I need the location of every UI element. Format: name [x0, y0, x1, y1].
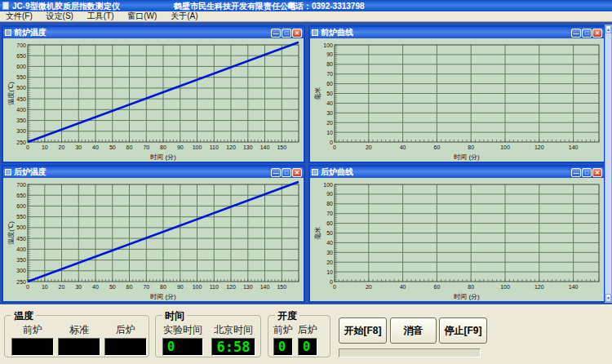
svg-text:80: 80: [160, 144, 166, 150]
svg-text:100: 100: [500, 284, 510, 290]
front-furnace-temp-chart: 0102030405060708090100110120130140150250…: [3, 38, 304, 162]
standard-temp-label: 标准: [58, 323, 100, 337]
progress-strip: [339, 348, 481, 357]
svg-text:140: 140: [260, 284, 270, 290]
svg-text:650: 650: [16, 53, 26, 59]
window-titlebar[interactable]: 前炉曲线 — □ ✕: [310, 27, 604, 38]
svg-text:0: 0: [330, 140, 333, 145]
svg-text:700: 700: [16, 42, 26, 48]
maximize-icon[interactable]: □: [282, 29, 291, 38]
svg-text:120: 120: [226, 284, 236, 290]
experiment-time-display: 0: [162, 338, 203, 356]
mute-button[interactable]: 消音: [390, 317, 437, 344]
start-button[interactable]: 开始[F8]: [339, 317, 387, 344]
svg-text:20: 20: [326, 260, 333, 265]
svg-text:毫米: 毫米: [313, 227, 322, 240]
window-titlebar[interactable]: 后炉曲线 — □ ✕: [310, 166, 604, 178]
window-front-furnace-curve: 前炉曲线 — □ ✕ 02040608010012014001020304050…: [308, 25, 605, 163]
svg-text:140: 140: [260, 144, 270, 150]
minimize-icon[interactable]: —: [571, 29, 581, 38]
close-icon[interactable]: ✕: [592, 29, 602, 38]
window-titlebar[interactable]: 前炉温度 — □ ✕: [3, 27, 304, 38]
menu-settings[interactable]: 设定(S): [41, 11, 79, 21]
standard-temp-display: [58, 338, 100, 356]
stop-button[interactable]: 停止[F9]: [439, 317, 487, 344]
minimize-icon[interactable]: —: [271, 29, 281, 38]
minimize-icon[interactable]: —: [271, 168, 281, 177]
svg-text:550: 550: [16, 214, 26, 220]
front-furnace-temp-label: 前炉: [11, 323, 54, 337]
svg-text:70: 70: [326, 71, 333, 77]
scroll-down-icon[interactable]: ▼: [605, 294, 611, 302]
opening-group-title: 开度: [275, 309, 299, 323]
svg-text:10: 10: [326, 130, 333, 135]
svg-text:30: 30: [75, 144, 82, 150]
front-furnace-opening-label: 前炉: [273, 323, 293, 337]
menu-file[interactable]: 文件(F): [0, 11, 38, 21]
svg-text:150: 150: [277, 144, 286, 150]
svg-text:40: 40: [400, 144, 406, 150]
maximize-icon[interactable]: □: [282, 168, 291, 177]
svg-text:300: 300: [16, 128, 26, 134]
window-title: 后炉曲线: [321, 166, 353, 178]
control-panel: 温度 前炉 标准 后炉 时间 实验时间 北京时间 0 6:58 开度 前炉 后炉…: [0, 304, 612, 364]
temperature-group: 温度 前炉 标准 后炉: [4, 315, 149, 357]
svg-text:0: 0: [333, 144, 336, 150]
svg-text:400: 400: [16, 246, 26, 252]
svg-text:450: 450: [16, 236, 26, 242]
svg-text:30: 30: [326, 250, 333, 255]
company-name: 鹤壁市民生科技开发有限责任公司: [174, 1, 296, 12]
svg-text:90: 90: [326, 191, 333, 197]
rear-furnace-temp-chart: 0102030405060708090100110120130140150250…: [3, 178, 304, 301]
time-group-title: 时间: [162, 309, 187, 323]
svg-text:120: 120: [534, 284, 544, 290]
window-icon: [312, 29, 318, 36]
svg-text:110: 110: [210, 144, 219, 150]
svg-text:60: 60: [434, 284, 441, 290]
close-icon[interactable]: ✕: [292, 168, 302, 177]
window-icon: [312, 169, 318, 175]
svg-text:350: 350: [16, 257, 26, 263]
svg-text:100: 100: [323, 42, 333, 48]
svg-text:温度(℃): 温度(℃): [7, 82, 15, 105]
maximize-icon[interactable]: □: [582, 168, 592, 177]
svg-text:20: 20: [326, 120, 333, 126]
svg-text:40: 40: [326, 240, 333, 246]
svg-text:100: 100: [193, 144, 202, 150]
svg-text:650: 650: [16, 193, 26, 198]
svg-text:500: 500: [16, 224, 26, 230]
svg-text:250: 250: [16, 279, 26, 285]
menu-window[interactable]: 窗口(W): [122, 11, 162, 21]
svg-text:70: 70: [143, 284, 149, 290]
scroll-up-icon[interactable]: ▲: [605, 25, 611, 33]
window-rear-furnace-curve: 后炉曲线 — □ ✕ 02040608010012014001020304050…: [308, 165, 605, 303]
svg-text:0: 0: [330, 279, 333, 285]
svg-text:40: 40: [326, 100, 333, 106]
close-icon[interactable]: ✕: [292, 29, 302, 38]
svg-text:毫米: 毫米: [313, 87, 322, 100]
svg-text:80: 80: [468, 284, 474, 290]
time-group: 时间 实验时间 北京时间 0 6:58: [155, 315, 261, 357]
svg-text:500: 500: [16, 85, 26, 91]
svg-text:250: 250: [16, 140, 26, 145]
svg-text:时间 (分): 时间 (分): [150, 293, 176, 300]
experiment-time-label: 实验时间: [162, 323, 203, 337]
rear-furnace-opening-label: 后炉: [298, 323, 317, 337]
window-titlebar[interactable]: 后炉温度 — □ ✕: [3, 166, 304, 178]
minimize-icon[interactable]: —: [571, 168, 581, 177]
window-title: 前炉温度: [14, 27, 47, 38]
menu-tools[interactable]: 工具(T): [82, 11, 120, 21]
app-titlebar: JC-9型微机胶质层指数测定仪 鹤壁市民生科技开发有限责任公司 电话：0392-…: [0, 0, 612, 11]
mdi-vertical-scrollbar[interactable]: ▲ ▼: [605, 24, 612, 303]
maximize-icon[interactable]: □: [582, 29, 592, 38]
app-icon: [2, 2, 9, 10]
window-title: 前炉曲线: [321, 27, 353, 38]
svg-text:100: 100: [193, 284, 202, 290]
close-icon[interactable]: ✕: [592, 168, 602, 177]
window-front-furnace-temp: 前炉温度 — □ ✕ 01020304050607080901001101201…: [2, 25, 305, 163]
svg-text:140: 140: [569, 284, 579, 290]
front-furnace-temp-display: [11, 338, 54, 356]
svg-text:70: 70: [143, 144, 149, 150]
svg-text:温度(℃): 温度(℃): [7, 221, 15, 245]
menu-about[interactable]: 关于(A): [165, 11, 203, 21]
